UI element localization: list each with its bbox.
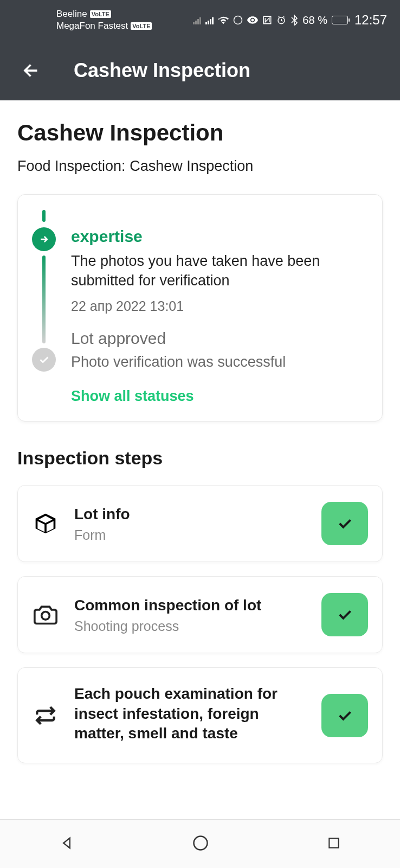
- bluetooth-icon: [291, 15, 298, 25]
- svg-point-2: [42, 612, 50, 620]
- wifi-icon: [218, 16, 229, 24]
- signal-icon-2: [205, 16, 214, 24]
- status-marker-done: [32, 348, 56, 372]
- back-button[interactable]: [13, 61, 41, 80]
- step-done-badge: [321, 502, 368, 545]
- step-title: Common inspection of lot: [74, 596, 306, 615]
- battery-icon: [332, 16, 348, 24]
- svg-point-0: [234, 16, 242, 24]
- status-1-desc: The photos you have taken have been subm…: [71, 251, 368, 291]
- section-title: Inspection steps: [17, 448, 383, 469]
- app-bar-title: Cashew Inspection: [74, 59, 250, 82]
- check-icon: [336, 606, 353, 623]
- status-2-desc: Photo verification was successful: [71, 352, 368, 372]
- timeline-connector: [42, 256, 46, 343]
- check-icon: [336, 515, 353, 532]
- circle-outline-icon: [233, 15, 243, 25]
- status-2-title: Lot approved: [71, 329, 368, 348]
- step-done-badge: [321, 694, 368, 737]
- nav-back-button[interactable]: [54, 830, 80, 858]
- android-nav-bar: [0, 819, 400, 868]
- signal-icon-1: [193, 16, 201, 24]
- step-title: Each pouch examination for insect infest…: [74, 684, 306, 743]
- android-status-bar: Beeline VoLTE MegaFon Fastest VoLTE 68 %…: [0, 0, 400, 40]
- nav-home-button[interactable]: [187, 829, 214, 859]
- volte-badge-1: VoLTE: [90, 10, 111, 18]
- clock-time: 12:57: [354, 12, 387, 28]
- battery-percent: 68 %: [302, 14, 327, 27]
- step-subtitle: Form: [74, 527, 306, 543]
- check-icon: [336, 707, 353, 724]
- repeat-icon: [32, 702, 59, 729]
- status-marker-active: [32, 227, 56, 251]
- svg-point-3: [194, 836, 208, 850]
- carrier-2: MegaFon Fastest: [56, 21, 128, 31]
- eye-icon: [247, 16, 258, 24]
- svg-rect-4: [329, 838, 338, 847]
- timeline-stub: [42, 210, 46, 222]
- status-card: expertise The photos you have taken have…: [17, 194, 383, 422]
- alarm-icon: [276, 15, 286, 25]
- step-done-badge: [321, 593, 368, 636]
- step-pouch-examination[interactable]: Each pouch examination for insect infest…: [17, 667, 383, 763]
- status-carriers: Beeline VoLTE MegaFon Fastest VoLTE: [13, 9, 152, 31]
- camera-icon: [32, 601, 59, 628]
- step-subtitle: Shooting process: [74, 618, 306, 634]
- step-title: Lot info: [74, 505, 306, 524]
- status-icons-right: 68 % 12:57: [193, 12, 387, 28]
- carrier-1: Beeline: [56, 9, 87, 20]
- step-lot-info[interactable]: Lot info Form: [17, 485, 383, 562]
- status-1-title: expertise: [71, 227, 368, 246]
- volte-badge-2: VoLTE: [131, 22, 152, 30]
- app-bar: Cashew Inspection: [0, 40, 400, 100]
- page-title: Cashew Inspection: [17, 120, 383, 146]
- box-icon: [32, 510, 59, 537]
- nfc-icon: [262, 15, 272, 25]
- page-subtitle: Food Inspection: Cashew Inspection: [17, 158, 383, 175]
- step-common-inspection[interactable]: Common inspection of lot Shooting proces…: [17, 576, 383, 653]
- nav-recent-button[interactable]: [321, 831, 346, 858]
- page-content: Cashew Inspection Food Inspection: Cashe…: [0, 100, 400, 763]
- show-all-statuses-link[interactable]: Show all statuses: [71, 388, 368, 405]
- status-1-date: 22 апр 2022 13:01: [71, 298, 368, 314]
